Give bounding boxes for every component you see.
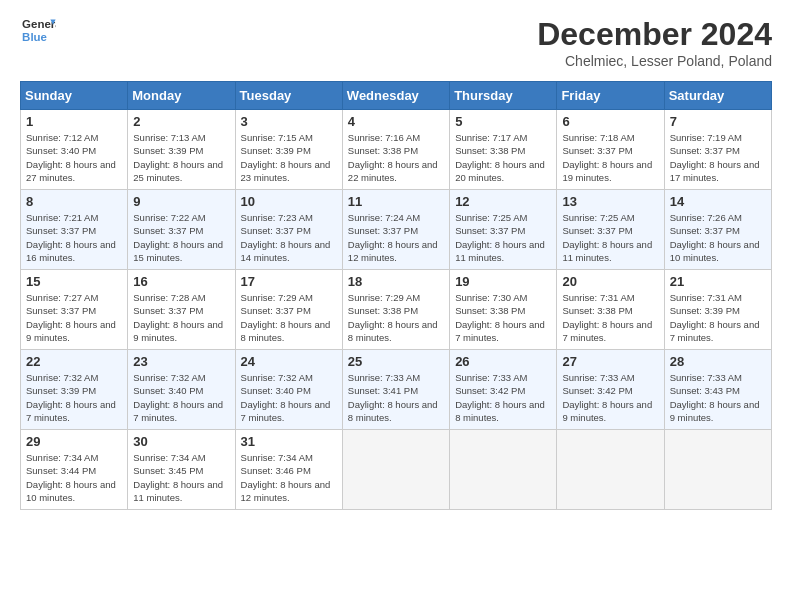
header: General Blue December 2024 Chelmiec, Les…	[20, 16, 772, 69]
day-info: Sunrise: 7:26 AM Sunset: 3:37 PM Dayligh…	[670, 211, 766, 264]
sunset-label: Sunset: 3:38 PM	[562, 305, 632, 316]
calendar-cell: 19 Sunrise: 7:30 AM Sunset: 3:38 PM Dayl…	[450, 270, 557, 350]
sunrise-label: Sunrise: 7:31 AM	[670, 292, 742, 303]
sunrise-label: Sunrise: 7:27 AM	[26, 292, 98, 303]
daylight-label: Daylight: 8 hours and 22 minutes.	[348, 159, 438, 183]
sunset-label: Sunset: 3:39 PM	[26, 385, 96, 396]
calendar-week-row: 22 Sunrise: 7:32 AM Sunset: 3:39 PM Dayl…	[21, 350, 772, 430]
daylight-label: Daylight: 8 hours and 11 minutes.	[562, 239, 652, 263]
day-info: Sunrise: 7:32 AM Sunset: 3:39 PM Dayligh…	[26, 371, 122, 424]
sunrise-label: Sunrise: 7:30 AM	[455, 292, 527, 303]
day-number: 22	[26, 354, 122, 369]
calendar-cell: 14 Sunrise: 7:26 AM Sunset: 3:37 PM Dayl…	[664, 190, 771, 270]
daylight-label: Daylight: 8 hours and 7 minutes.	[670, 319, 760, 343]
sunrise-label: Sunrise: 7:28 AM	[133, 292, 205, 303]
calendar-cell: 18 Sunrise: 7:29 AM Sunset: 3:38 PM Dayl…	[342, 270, 449, 350]
sunrise-label: Sunrise: 7:15 AM	[241, 132, 313, 143]
daylight-label: Daylight: 8 hours and 16 minutes.	[26, 239, 116, 263]
day-info: Sunrise: 7:24 AM Sunset: 3:37 PM Dayligh…	[348, 211, 444, 264]
daylight-label: Daylight: 8 hours and 9 minutes.	[670, 399, 760, 423]
calendar-cell	[342, 430, 449, 510]
sunset-label: Sunset: 3:45 PM	[133, 465, 203, 476]
daylight-label: Daylight: 8 hours and 11 minutes.	[455, 239, 545, 263]
col-sunday: Sunday	[21, 82, 128, 110]
sunset-label: Sunset: 3:37 PM	[455, 225, 525, 236]
daylight-label: Daylight: 8 hours and 8 minutes.	[348, 399, 438, 423]
daylight-label: Daylight: 8 hours and 12 minutes.	[241, 479, 331, 503]
header-row: Sunday Monday Tuesday Wednesday Thursday…	[21, 82, 772, 110]
sunrise-label: Sunrise: 7:13 AM	[133, 132, 205, 143]
sunrise-label: Sunrise: 7:32 AM	[241, 372, 313, 383]
sunset-label: Sunset: 3:37 PM	[241, 225, 311, 236]
calendar-cell: 28 Sunrise: 7:33 AM Sunset: 3:43 PM Dayl…	[664, 350, 771, 430]
col-tuesday: Tuesday	[235, 82, 342, 110]
calendar-cell: 26 Sunrise: 7:33 AM Sunset: 3:42 PM Dayl…	[450, 350, 557, 430]
sunset-label: Sunset: 3:40 PM	[241, 385, 311, 396]
day-info: Sunrise: 7:33 AM Sunset: 3:42 PM Dayligh…	[455, 371, 551, 424]
day-number: 7	[670, 114, 766, 129]
day-number: 5	[455, 114, 551, 129]
day-number: 11	[348, 194, 444, 209]
calendar-cell: 31 Sunrise: 7:34 AM Sunset: 3:46 PM Dayl…	[235, 430, 342, 510]
calendar-cell: 1 Sunrise: 7:12 AM Sunset: 3:40 PM Dayli…	[21, 110, 128, 190]
sunrise-label: Sunrise: 7:12 AM	[26, 132, 98, 143]
calendar-title: December 2024	[537, 16, 772, 53]
daylight-label: Daylight: 8 hours and 7 minutes.	[26, 399, 116, 423]
calendar-cell: 11 Sunrise: 7:24 AM Sunset: 3:37 PM Dayl…	[342, 190, 449, 270]
sunset-label: Sunset: 3:37 PM	[26, 305, 96, 316]
day-info: Sunrise: 7:17 AM Sunset: 3:38 PM Dayligh…	[455, 131, 551, 184]
day-info: Sunrise: 7:29 AM Sunset: 3:37 PM Dayligh…	[241, 291, 337, 344]
day-number: 31	[241, 434, 337, 449]
daylight-label: Daylight: 8 hours and 10 minutes.	[670, 239, 760, 263]
day-info: Sunrise: 7:28 AM Sunset: 3:37 PM Dayligh…	[133, 291, 229, 344]
calendar-cell: 9 Sunrise: 7:22 AM Sunset: 3:37 PM Dayli…	[128, 190, 235, 270]
daylight-label: Daylight: 8 hours and 23 minutes.	[241, 159, 331, 183]
sunrise-label: Sunrise: 7:18 AM	[562, 132, 634, 143]
sunrise-label: Sunrise: 7:33 AM	[562, 372, 634, 383]
daylight-label: Daylight: 8 hours and 20 minutes.	[455, 159, 545, 183]
daylight-label: Daylight: 8 hours and 12 minutes.	[348, 239, 438, 263]
day-info: Sunrise: 7:32 AM Sunset: 3:40 PM Dayligh…	[133, 371, 229, 424]
day-number: 1	[26, 114, 122, 129]
sunrise-label: Sunrise: 7:16 AM	[348, 132, 420, 143]
daylight-label: Daylight: 8 hours and 7 minutes.	[241, 399, 331, 423]
day-number: 21	[670, 274, 766, 289]
col-thursday: Thursday	[450, 82, 557, 110]
day-info: Sunrise: 7:33 AM Sunset: 3:42 PM Dayligh…	[562, 371, 658, 424]
sunrise-label: Sunrise: 7:33 AM	[348, 372, 420, 383]
day-info: Sunrise: 7:33 AM Sunset: 3:41 PM Dayligh…	[348, 371, 444, 424]
sunset-label: Sunset: 3:37 PM	[348, 225, 418, 236]
day-number: 20	[562, 274, 658, 289]
calendar-cell: 30 Sunrise: 7:34 AM Sunset: 3:45 PM Dayl…	[128, 430, 235, 510]
sunset-label: Sunset: 3:40 PM	[133, 385, 203, 396]
daylight-label: Daylight: 8 hours and 8 minutes.	[348, 319, 438, 343]
day-number: 30	[133, 434, 229, 449]
sunrise-label: Sunrise: 7:17 AM	[455, 132, 527, 143]
calendar-cell: 21 Sunrise: 7:31 AM Sunset: 3:39 PM Dayl…	[664, 270, 771, 350]
sunset-label: Sunset: 3:43 PM	[670, 385, 740, 396]
calendar-cell: 5 Sunrise: 7:17 AM Sunset: 3:38 PM Dayli…	[450, 110, 557, 190]
calendar-week-row: 8 Sunrise: 7:21 AM Sunset: 3:37 PM Dayli…	[21, 190, 772, 270]
daylight-label: Daylight: 8 hours and 15 minutes.	[133, 239, 223, 263]
calendar-cell: 3 Sunrise: 7:15 AM Sunset: 3:39 PM Dayli…	[235, 110, 342, 190]
logo: General Blue	[20, 16, 56, 46]
sunset-label: Sunset: 3:37 PM	[562, 145, 632, 156]
sunset-label: Sunset: 3:46 PM	[241, 465, 311, 476]
sunset-label: Sunset: 3:38 PM	[348, 145, 418, 156]
calendar-cell	[557, 430, 664, 510]
day-number: 15	[26, 274, 122, 289]
daylight-label: Daylight: 8 hours and 25 minutes.	[133, 159, 223, 183]
day-number: 23	[133, 354, 229, 369]
sunset-label: Sunset: 3:39 PM	[133, 145, 203, 156]
day-number: 3	[241, 114, 337, 129]
calendar-cell: 17 Sunrise: 7:29 AM Sunset: 3:37 PM Dayl…	[235, 270, 342, 350]
calendar-cell: 22 Sunrise: 7:32 AM Sunset: 3:39 PM Dayl…	[21, 350, 128, 430]
calendar-cell: 12 Sunrise: 7:25 AM Sunset: 3:37 PM Dayl…	[450, 190, 557, 270]
sunrise-label: Sunrise: 7:34 AM	[26, 452, 98, 463]
sunset-label: Sunset: 3:40 PM	[26, 145, 96, 156]
day-info: Sunrise: 7:29 AM Sunset: 3:38 PM Dayligh…	[348, 291, 444, 344]
sunrise-label: Sunrise: 7:21 AM	[26, 212, 98, 223]
sunset-label: Sunset: 3:37 PM	[562, 225, 632, 236]
sunset-label: Sunset: 3:39 PM	[241, 145, 311, 156]
col-friday: Friday	[557, 82, 664, 110]
